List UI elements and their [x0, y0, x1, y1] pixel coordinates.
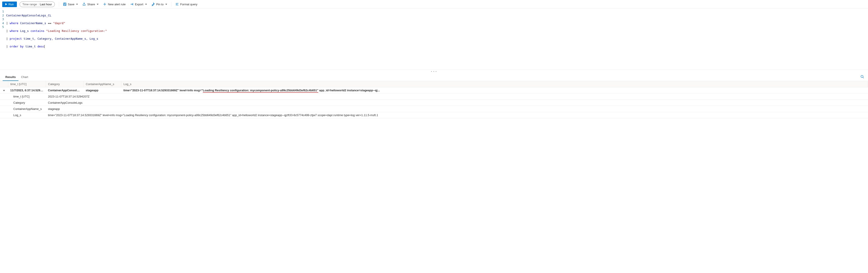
- expand-col-header: [0, 81, 8, 87]
- col-time[interactable]: time_t [UTC]: [8, 81, 46, 87]
- result-tabs: Results Chart: [0, 73, 868, 81]
- query-editor[interactable]: 1 2 3 4 5 ContainerAppConsoleLogs_CL | w…: [0, 9, 868, 70]
- col-log[interactable]: Log_s: [121, 81, 868, 87]
- detail-row-appname: ContainerAppName_s stageapp: [0, 106, 868, 112]
- table-header-row: time_t [UTC] Category ContainerAppName_s…: [0, 81, 868, 87]
- cell-appname: stageapp: [84, 87, 121, 93]
- time-range-label: Time range :: [23, 3, 39, 6]
- detail-key: time_t [UTC]: [0, 93, 46, 100]
- results-table: time_t [UTC] Category ContainerAppName_s…: [0, 81, 868, 118]
- detail-row-log: Log_s time="2023-11-07T18:37:14.52933166…: [0, 112, 868, 118]
- detail-value: ContainerAppConsoleLogs: [46, 100, 868, 106]
- export-icon: [130, 2, 134, 6]
- plus-icon: [103, 2, 106, 6]
- detail-value: time="2023-11-07T18:37:14.529331669Z" le…: [46, 112, 868, 118]
- chevron-down-icon: [97, 4, 98, 5]
- chevron-down-icon: [165, 4, 167, 5]
- new-alert-button[interactable]: New alert rule: [101, 1, 127, 7]
- chevron-down-icon: [145, 4, 147, 5]
- svg-point-3: [861, 75, 863, 77]
- row-expand-toggle[interactable]: [0, 87, 8, 93]
- time-range-picker[interactable]: Time range : Last hour: [20, 2, 55, 7]
- detail-key: ContainerAppName_s: [0, 106, 46, 112]
- table-row[interactable]: 11/7/2023, 6:37:14.529 PM ContainerAppCo…: [0, 87, 868, 93]
- tab-chart[interactable]: Chart: [19, 73, 31, 81]
- export-button[interactable]: Export: [128, 1, 149, 7]
- detail-value: stageapp: [46, 106, 868, 112]
- save-icon: [63, 2, 67, 6]
- svg-rect-2: [64, 4, 66, 5]
- cell-category: ContainerAppConsoleLogs: [46, 87, 84, 93]
- run-button[interactable]: Run: [2, 2, 17, 7]
- detail-row-category: Category ContainerAppConsoleLogs: [0, 100, 868, 106]
- chevron-down-icon: [76, 4, 78, 5]
- line-gutter: 1 2 3 4 5: [0, 9, 6, 56]
- detail-key: Log_s: [0, 112, 46, 118]
- run-label: Run: [8, 3, 14, 6]
- pin-icon: [151, 2, 155, 6]
- cell-time: 11/7/2023, 6:37:14.529 PM: [8, 87, 46, 93]
- toolbar: Run Time range : Last hour Save Share Ne…: [0, 0, 868, 9]
- col-appname[interactable]: ContainerAppName_s: [84, 81, 121, 87]
- detail-value: 2023-11-07T18:37:14.5294207Z: [46, 93, 868, 100]
- time-range-value: Last hour: [40, 3, 52, 6]
- detail-row-time: time_t [UTC] 2023-11-07T18:37:14.5294207…: [0, 93, 868, 100]
- save-button[interactable]: Save: [61, 1, 80, 7]
- share-icon: [82, 2, 86, 6]
- play-icon: [5, 3, 7, 5]
- format-query-button[interactable]: Format query: [174, 1, 199, 7]
- search-icon[interactable]: [859, 74, 865, 80]
- format-icon: [175, 2, 179, 6]
- chevron-down-icon: [3, 90, 5, 91]
- detail-key: Category: [0, 100, 46, 106]
- tab-results[interactable]: Results: [3, 73, 19, 81]
- log-highlight: Loading Resiliency configuration: mycomp…: [203, 89, 318, 93]
- pin-to-button[interactable]: Pin to: [150, 1, 169, 7]
- share-button[interactable]: Share: [81, 1, 100, 7]
- cell-log: time="2023-11-07T18:37:14.529331669Z" le…: [121, 87, 868, 93]
- svg-rect-1: [64, 3, 65, 4]
- query-code[interactable]: ContainerAppConsoleLogs_CL | where Conta…: [6, 9, 868, 56]
- col-category[interactable]: Category: [46, 81, 84, 87]
- splitter-handle[interactable]: • • •: [0, 70, 868, 73]
